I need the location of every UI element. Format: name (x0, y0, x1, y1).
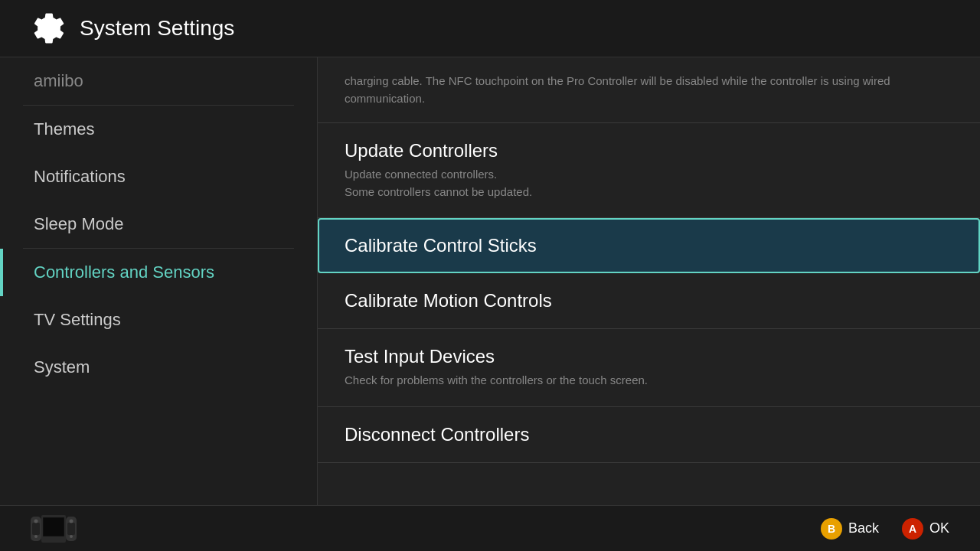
svg-rect-8 (67, 523, 75, 535)
content-item-test-input[interactable]: Test Input Devices Check for problems wi… (318, 329, 980, 407)
calibrate-sticks-title: Calibrate Control Sticks (345, 235, 953, 256)
test-input-desc: Check for problems with the controllers … (345, 372, 953, 390)
bottom-bar: B Back A OK (0, 505, 980, 551)
sidebar-item-tv-settings[interactable]: TV Settings (0, 296, 317, 344)
back-label: Back (848, 520, 879, 536)
content-item-calibrate-sticks[interactable]: Calibrate Control Sticks (318, 218, 980, 273)
svg-point-2 (34, 519, 38, 523)
main-container: amiibo Themes Notifications Sleep Mode C… (0, 57, 980, 505)
sidebar-item-amiibo[interactable]: amiibo (0, 57, 317, 105)
gear-icon (31, 10, 67, 47)
sidebar-item-controllers[interactable]: Controllers and Sensors (0, 249, 317, 296)
content-top-description: charging cable. The NFC touchpoint on th… (318, 57, 980, 123)
sidebar-item-themes[interactable]: Themes (0, 106, 317, 153)
switch-console-icon-area (31, 515, 77, 543)
calibrate-motion-title: Calibrate Motion Controls (345, 290, 953, 311)
svg-point-10 (70, 535, 73, 538)
b-button-circle: B (821, 518, 842, 540)
content-item-update-controllers[interactable]: Update Controllers Update connected cont… (318, 123, 980, 218)
svg-rect-6 (44, 518, 64, 536)
svg-point-3 (34, 535, 38, 538)
sidebar: amiibo Themes Notifications Sleep Mode C… (0, 57, 318, 505)
header: System Settings (0, 0, 980, 57)
ok-label: OK (929, 520, 949, 536)
content-item-disconnect[interactable]: Disconnect Controllers (318, 407, 980, 463)
disconnect-title: Disconnect Controllers (345, 424, 953, 445)
back-button[interactable]: B Back (821, 518, 879, 540)
content-item-calibrate-motion[interactable]: Calibrate Motion Controls (318, 273, 980, 329)
sidebar-item-system[interactable]: System (0, 344, 317, 391)
content-panel: charging cable. The NFC touchpoint on th… (318, 57, 980, 505)
switch-icon (31, 515, 77, 543)
bottom-buttons: B Back A OK (821, 518, 949, 540)
svg-rect-1 (32, 523, 40, 535)
update-controllers-title: Update Controllers (345, 140, 953, 161)
sidebar-item-notifications[interactable]: Notifications (0, 153, 317, 201)
test-input-title: Test Input Devices (345, 346, 953, 367)
ok-button[interactable]: A OK (902, 518, 949, 540)
sidebar-item-sleep-mode[interactable]: Sleep Mode (0, 201, 317, 248)
page-title: System Settings (80, 16, 234, 41)
update-controllers-desc: Update connected controllers.Some contro… (345, 166, 953, 201)
a-button-circle: A (902, 518, 923, 540)
svg-point-9 (70, 519, 74, 523)
